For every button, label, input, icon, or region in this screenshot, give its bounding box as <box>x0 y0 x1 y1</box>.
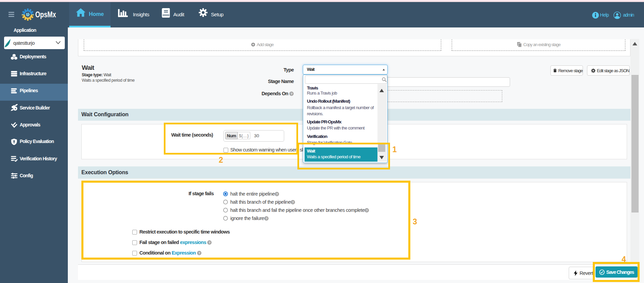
svg-text:?: ? <box>291 92 292 96</box>
